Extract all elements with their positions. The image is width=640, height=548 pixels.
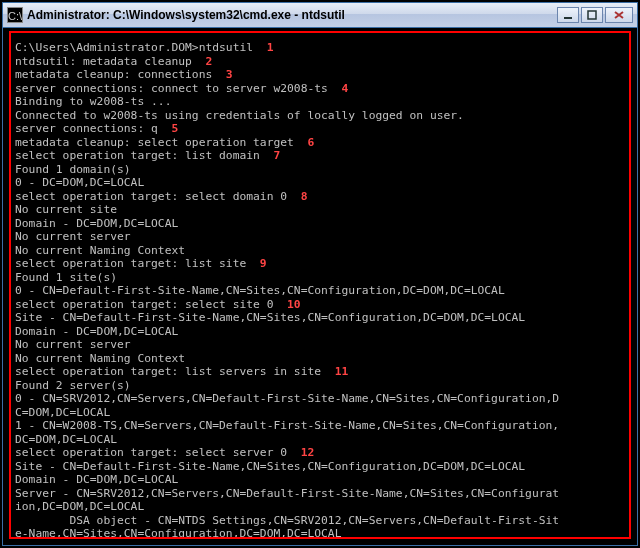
terminal-text: No current Naming Context: [15, 352, 185, 365]
terminal-text: No current site: [15, 203, 117, 216]
window-title: Administrator: C:\Windows\system32\cmd.e…: [27, 8, 557, 22]
terminal-text: server connections: connect to server w2…: [15, 82, 328, 95]
terminal-text: 0 - CN=SRV2012,CN=Servers,CN=Default-Fir…: [15, 392, 559, 405]
annotation-number: 2: [192, 55, 212, 68]
terminal-text: metadata cleanup: select operation targe…: [15, 136, 294, 149]
terminal-text: 0 - DC=DOM,DC=LOCAL: [15, 176, 144, 189]
terminal-line-annotated: select operation target: list servers in…: [15, 365, 625, 379]
terminal-line: ion,DC=DOM,DC=LOCAL: [15, 500, 625, 514]
terminal-line: Found 2 server(s): [15, 379, 625, 393]
svg-rect-1: [588, 11, 596, 19]
terminal-text: server connections: q: [15, 122, 158, 135]
terminal-line: Domain - DC=DOM,DC=LOCAL: [15, 473, 625, 487]
terminal-line: Connected to w2008-ts using credentials …: [15, 109, 625, 123]
terminal-text: select operation target: list domain: [15, 149, 260, 162]
terminal-text: Site - CN=Default-First-Site-Name,CN=Sit…: [15, 311, 525, 324]
terminal-output[interactable]: C:\Users\Administrator.DOM>ntdsutil 1ntd…: [9, 31, 631, 539]
terminal-text: metadata cleanup: connections: [15, 68, 212, 81]
terminal-line-annotated: select operation target: select site 0 1…: [15, 298, 625, 312]
terminal-text: Domain - DC=DOM,DC=LOCAL: [15, 473, 178, 486]
terminal-text: Found 1 domain(s): [15, 163, 131, 176]
terminal-text: C:\Users\Administrator.DOM>ntdsutil: [15, 41, 253, 54]
close-button[interactable]: [605, 7, 633, 23]
terminal-text: 1 - CN=W2008-TS,CN=Servers,CN=Default-Fi…: [15, 419, 559, 432]
terminal-line-annotated: select operation target: list domain 7: [15, 149, 625, 163]
terminal-text: e-Name,CN=Sites,CN=Configuration,DC=DOM,…: [15, 527, 341, 539]
terminal-text: ntdsutil: metadata cleanup: [15, 55, 192, 68]
terminal-line: Site - CN=Default-First-Site-Name,CN=Sit…: [15, 311, 625, 325]
terminal-text: Domain - DC=DOM,DC=LOCAL: [15, 217, 178, 230]
terminal-text: select operation target: select domain 0: [15, 190, 287, 203]
terminal-text: Server - CN=SRV2012,CN=Servers,CN=Defaul…: [15, 487, 559, 500]
terminal-line-annotated: ntdsutil: metadata cleanup 2: [15, 55, 625, 69]
terminal-text: ion,DC=DOM,DC=LOCAL: [15, 500, 144, 513]
annotation-number: 5: [158, 122, 178, 135]
terminal-line: Domain - DC=DOM,DC=LOCAL: [15, 217, 625, 231]
terminal-line-annotated: C:\Users\Administrator.DOM>ntdsutil 1: [15, 41, 625, 55]
terminal-line: No current Naming Context: [15, 352, 625, 366]
cmd-window: C:\ Administrator: C:\Windows\system32\c…: [2, 2, 638, 546]
terminal-text: Found 2 server(s): [15, 379, 131, 392]
annotation-number: 10: [273, 298, 300, 311]
annotation-number: 8: [287, 190, 307, 203]
annotation-number: 11: [321, 365, 348, 378]
terminal-line-annotated: metadata cleanup: connections 3: [15, 68, 625, 82]
annotation-number: 7: [260, 149, 280, 162]
terminal-text: Site - CN=Default-First-Site-Name,CN=Sit…: [15, 460, 525, 473]
terminal-line: No current server: [15, 338, 625, 352]
minimize-button[interactable]: [557, 7, 579, 23]
terminal-line: Server - CN=SRV2012,CN=Servers,CN=Defaul…: [15, 487, 625, 501]
terminal-text: Domain - DC=DOM,DC=LOCAL: [15, 325, 178, 338]
terminal-line: C=DOM,DC=LOCAL: [15, 406, 625, 420]
terminal-text: DSA object - CN=NTDS Settings,CN=SRV2012…: [15, 514, 559, 527]
annotation-number: 12: [287, 446, 314, 459]
terminal-line: 0 - DC=DOM,DC=LOCAL: [15, 176, 625, 190]
terminal-line: No current Naming Context: [15, 244, 625, 258]
title-bar[interactable]: C:\ Administrator: C:\Windows\system32\c…: [3, 3, 637, 28]
terminal-line: No current server: [15, 230, 625, 244]
terminal-text: No current server: [15, 338, 131, 351]
annotation-number: 1: [253, 41, 273, 54]
terminal-line: 0 - CN=Default-First-Site-Name,CN=Sites,…: [15, 284, 625, 298]
terminal-text: DC=DOM,DC=LOCAL: [15, 433, 117, 446]
terminal-line: DC=DOM,DC=LOCAL: [15, 433, 625, 447]
annotation-number: 9: [246, 257, 266, 270]
terminal-line: DSA object - CN=NTDS Settings,CN=SRV2012…: [15, 514, 625, 528]
maximize-button[interactable]: [581, 7, 603, 23]
terminal-line: 0 - CN=SRV2012,CN=Servers,CN=Default-Fir…: [15, 392, 625, 406]
terminal-line: No current site: [15, 203, 625, 217]
svg-rect-0: [564, 17, 572, 19]
terminal-line: 1 - CN=W2008-TS,CN=Servers,CN=Default-Fi…: [15, 419, 625, 433]
terminal-line: Binding to w2008-ts ...: [15, 95, 625, 109]
terminal-text: select operation target: list site: [15, 257, 246, 270]
annotation-number: 3: [212, 68, 232, 81]
annotation-number: 4: [328, 82, 348, 95]
terminal-text: Connected to w2008-ts using credentials …: [15, 109, 464, 122]
terminal-text: select operation target: select site 0: [15, 298, 273, 311]
cmd-icon: C:\: [7, 7, 23, 23]
terminal-text: No current server: [15, 230, 131, 243]
terminal-text: Binding to w2008-ts ...: [15, 95, 171, 108]
terminal-line-annotated: server connections: connect to server w2…: [15, 82, 625, 96]
terminal-line: Site - CN=Default-First-Site-Name,CN=Sit…: [15, 460, 625, 474]
terminal-line-annotated: server connections: q 5: [15, 122, 625, 136]
terminal-text: select operation target: list servers in…: [15, 365, 321, 378]
terminal-line-annotated: select operation target: select server 0…: [15, 446, 625, 460]
terminal-text: C=DOM,DC=LOCAL: [15, 406, 110, 419]
terminal-text: 0 - CN=Default-First-Site-Name,CN=Sites,…: [15, 284, 505, 297]
terminal-line: Found 1 domain(s): [15, 163, 625, 177]
window-controls: [557, 7, 633, 23]
terminal-line-annotated: metadata cleanup: select operation targe…: [15, 136, 625, 150]
terminal-line: e-Name,CN=Sites,CN=Configuration,DC=DOM,…: [15, 527, 625, 539]
terminal-text: Found 1 site(s): [15, 271, 117, 284]
annotation-number: 6: [294, 136, 314, 149]
terminal-line: Domain - DC=DOM,DC=LOCAL: [15, 325, 625, 339]
terminal-line-annotated: select operation target: list site 9: [15, 257, 625, 271]
terminal-line: Found 1 site(s): [15, 271, 625, 285]
terminal-text: No current Naming Context: [15, 244, 185, 257]
terminal-line-annotated: select operation target: select domain 0…: [15, 190, 625, 204]
terminal-text: select operation target: select server 0: [15, 446, 287, 459]
